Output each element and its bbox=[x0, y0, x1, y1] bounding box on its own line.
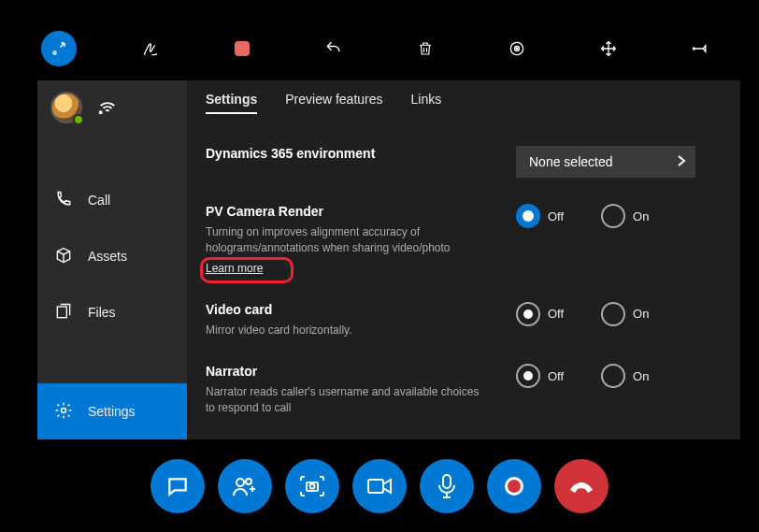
svg-rect-13 bbox=[443, 475, 451, 488]
mic-button[interactable] bbox=[420, 459, 474, 513]
app-root: Call Assets Files bbox=[0, 0, 759, 532]
radio-label: Off bbox=[548, 209, 564, 223]
files-icon bbox=[54, 302, 73, 324]
tab-preview-features[interactable]: Preview features bbox=[285, 92, 382, 114]
setting-desc: Mirror video card horizontally. bbox=[206, 323, 488, 338]
wifi-icon[interactable] bbox=[97, 95, 118, 120]
svg-point-7 bbox=[62, 408, 66, 412]
setting-desc: Narrator reads caller's username and ava… bbox=[206, 384, 488, 416]
setting-title: Narrator bbox=[206, 364, 488, 379]
cube-icon bbox=[54, 246, 73, 267]
radio-on[interactable] bbox=[601, 364, 625, 388]
move-resize-icon[interactable] bbox=[41, 31, 77, 66]
narrator-off-option[interactable]: Off bbox=[516, 364, 564, 388]
svg-point-11 bbox=[310, 484, 315, 489]
radio-label: On bbox=[633, 209, 649, 223]
radio-label: Off bbox=[548, 307, 564, 321]
sidebar-item-label: Call bbox=[88, 193, 110, 208]
sidebar-item-call[interactable]: Call bbox=[37, 172, 187, 228]
chevron-right-icon bbox=[677, 154, 686, 170]
sidebar-item-assets[interactable]: Assets bbox=[37, 228, 187, 284]
call-action-bar bbox=[0, 459, 759, 513]
dropdown-value: None selected bbox=[529, 154, 613, 169]
svg-rect-6 bbox=[57, 307, 66, 318]
capture-camera-button[interactable] bbox=[285, 459, 339, 513]
radio-label: Off bbox=[548, 369, 564, 383]
radio-on[interactable] bbox=[601, 302, 625, 326]
sidebar: Call Assets Files bbox=[37, 80, 187, 439]
radio-label: On bbox=[633, 307, 649, 321]
setting-video-card: Video card Mirror video card horizontall… bbox=[206, 289, 722, 352]
svg-point-5 bbox=[100, 111, 102, 113]
radio-label: On bbox=[633, 369, 649, 383]
svg-point-4 bbox=[693, 48, 695, 50]
top-toolbar bbox=[0, 30, 759, 67]
people-add-button[interactable] bbox=[218, 459, 272, 513]
hangup-button[interactable] bbox=[554, 459, 609, 513]
record-dot-icon bbox=[505, 477, 523, 496]
svg-point-8 bbox=[236, 479, 244, 486]
tabs: Settings Preview features Links bbox=[187, 80, 740, 114]
setting-title: Dynamics 365 environment bbox=[206, 146, 488, 161]
sidebar-header bbox=[37, 80, 187, 135]
sidebar-item-settings[interactable]: Settings bbox=[37, 383, 187, 439]
videocard-off-option[interactable]: Off bbox=[516, 302, 564, 326]
video-button[interactable] bbox=[352, 459, 407, 513]
setting-desc: Turning on improves alignment accuracy o… bbox=[206, 224, 488, 256]
undo-icon[interactable] bbox=[316, 31, 351, 66]
svg-point-0 bbox=[53, 51, 56, 54]
narrator-on-option[interactable]: On bbox=[601, 364, 649, 388]
sidebar-item-label: Files bbox=[88, 305, 116, 320]
sidebar-item-label: Assets bbox=[88, 249, 127, 264]
phone-icon bbox=[54, 190, 73, 211]
radio-off[interactable] bbox=[516, 364, 540, 388]
sidebar-nav: Call Assets Files bbox=[37, 135, 187, 439]
setting-narrator: Narrator Narrator reads caller's usernam… bbox=[206, 351, 722, 429]
record-shape-icon[interactable] bbox=[224, 31, 260, 66]
avatar[interactable] bbox=[50, 92, 82, 123]
setting-pv-camera: PV Camera Render Turning on improves ali… bbox=[206, 191, 722, 289]
pv-off-option[interactable]: Off bbox=[516, 204, 564, 228]
setting-title: Video card bbox=[206, 302, 488, 317]
tab-links[interactable]: Links bbox=[411, 92, 442, 114]
chat-button[interactable] bbox=[150, 459, 205, 513]
ink-icon[interactable] bbox=[133, 31, 168, 66]
gear-icon bbox=[54, 401, 73, 423]
content-panel: Settings Preview features Links Dynamics… bbox=[187, 80, 740, 439]
svg-rect-12 bbox=[368, 480, 383, 493]
videocard-on-option[interactable]: On bbox=[601, 302, 649, 326]
sidebar-item-label: Settings bbox=[88, 404, 136, 419]
learn-more-link[interactable]: Learn more bbox=[206, 262, 263, 275]
pv-on-option[interactable]: On bbox=[601, 204, 649, 228]
radio-on[interactable] bbox=[601, 204, 625, 228]
radio-off[interactable] bbox=[516, 302, 540, 326]
delete-icon[interactable] bbox=[408, 31, 443, 66]
environment-dropdown[interactable]: None selected bbox=[516, 146, 695, 178]
move-handles-icon[interactable] bbox=[591, 31, 626, 66]
setting-title: PV Camera Render bbox=[206, 204, 488, 219]
svg-point-9 bbox=[246, 479, 251, 484]
presence-indicator bbox=[73, 114, 84, 125]
setting-environment: Dynamics 365 environment None selected bbox=[206, 133, 722, 191]
settings-scroll[interactable]: Dynamics 365 environment None selected bbox=[187, 114, 740, 436]
main-panel: Call Assets Files bbox=[37, 80, 740, 439]
tab-settings[interactable]: Settings bbox=[206, 92, 257, 114]
svg-point-3 bbox=[516, 48, 518, 50]
record-button[interactable] bbox=[487, 459, 541, 513]
sidebar-item-files[interactable]: Files bbox=[37, 284, 187, 340]
radio-off[interactable] bbox=[516, 204, 540, 228]
focus-target-icon[interactable] bbox=[499, 31, 535, 66]
pin-icon[interactable] bbox=[682, 31, 718, 66]
